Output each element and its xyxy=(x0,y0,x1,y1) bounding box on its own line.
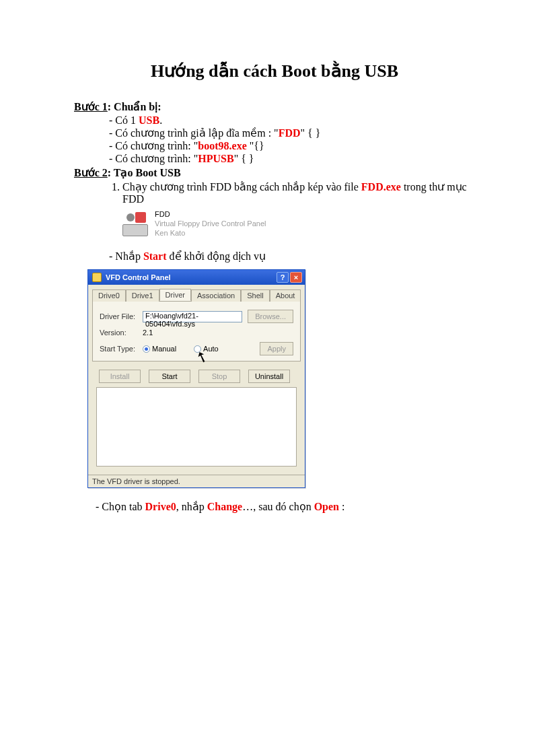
vfd-control-panel-window: VFD Control Panel ? × Drive0 Drive1 Driv… xyxy=(87,269,305,488)
radio-auto[interactable]: Auto xyxy=(194,345,219,353)
driver-file-label: Driver File: xyxy=(100,312,137,320)
window-titlebar[interactable]: VFD Control Panel ? × xyxy=(88,270,305,285)
browse-button[interactable]: Browse... xyxy=(248,310,293,323)
driver-file-input[interactable]: F:\Hoang\vfd21-050404\vfd.sys xyxy=(143,311,242,322)
uninstall-button[interactable]: Uninstall xyxy=(248,370,290,383)
status-bar: The VFD driver is stopped. xyxy=(88,475,305,487)
list-item: Nhắp Start để khởi động dịch vụ xyxy=(109,250,475,263)
step2-heading: Bước 2: Tạo Boot USB xyxy=(74,166,475,179)
action-button-row: ➘ Install Start Stop Uninstall xyxy=(92,362,301,387)
list-item: Có 1 USB. xyxy=(109,114,475,127)
fdd-file-meta: FDD Virtual Floppy Drive Control Panel K… xyxy=(155,209,266,238)
start-type-label: Start Type: xyxy=(100,345,137,353)
tab-panel-driver: Driver File: F:\Hoang\vfd21-050404\vfd.s… xyxy=(92,301,301,362)
page-title: Hướng dẫn cách Boot bằng USB xyxy=(74,61,475,81)
output-pane xyxy=(96,387,297,467)
app-icon xyxy=(92,273,102,282)
step2-list: Chạy chương trình FDD bằng cách nhắp kép… xyxy=(74,180,475,205)
step2-sublist: Nhắp Start để khởi động dịch vụ xyxy=(74,250,475,263)
tab-driver[interactable]: Driver xyxy=(159,289,191,301)
tab-strip: Drive0 Drive1 Driver Association Shell A… xyxy=(92,289,301,302)
list-item: Chạy chương trình FDD bằng cách nhắp kép… xyxy=(122,180,475,205)
tab-drive0[interactable]: Drive0 xyxy=(92,289,126,302)
version-value: 2.1 xyxy=(143,329,153,337)
list-item: Có chương trình giả lập đĩa mềm : "FDD" … xyxy=(109,127,475,139)
list-item: Chọn tab Drive0, nhắp Change…, sau đó ch… xyxy=(96,500,475,513)
window-title: VFD Control Panel xyxy=(106,273,171,281)
close-button[interactable]: × xyxy=(290,272,302,283)
list-item: Có chương trình: "HPUSB" { } xyxy=(109,152,475,165)
tab-about[interactable]: About xyxy=(270,289,301,302)
floppy-drive-icon xyxy=(122,211,148,236)
help-button[interactable]: ? xyxy=(277,272,289,283)
tab-shell[interactable]: Shell xyxy=(241,289,269,302)
start-button[interactable]: Start xyxy=(149,370,190,383)
radio-manual[interactable]: Manual xyxy=(143,345,176,353)
step1-list: Có 1 USB. Có chương trình giả lập đĩa mề… xyxy=(74,114,475,165)
list-item: Có chương trình: "boot98.exe "{} xyxy=(109,139,475,152)
stop-button[interactable]: Stop xyxy=(198,370,240,383)
trailing-instruction: Chọn tab Drive0, nhắp Change…, sau đó ch… xyxy=(74,500,475,513)
install-button[interactable]: Install xyxy=(99,370,141,383)
tab-drive1[interactable]: Drive1 xyxy=(126,289,159,302)
tab-association[interactable]: Association xyxy=(191,289,241,302)
step1-heading: Bước 1: Chuẩn bị: xyxy=(74,100,475,113)
fdd-file-item: FDD Virtual Floppy Drive Control Panel K… xyxy=(122,209,475,238)
version-label: Version: xyxy=(100,329,137,337)
apply-button[interactable]: Apply xyxy=(260,342,293,355)
